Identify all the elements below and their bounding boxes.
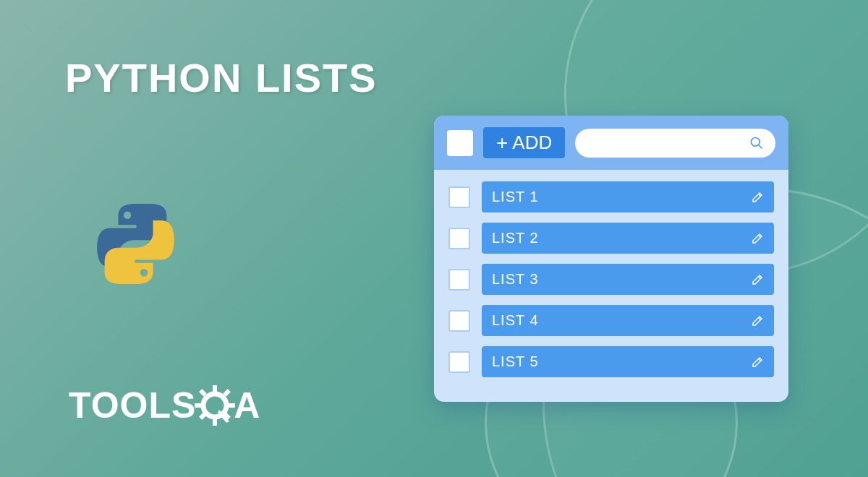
add-button-label: ADD	[512, 132, 552, 154]
search-icon	[749, 136, 764, 150]
item-label: LIST 4	[492, 312, 539, 329]
list-item: LIST 5	[448, 346, 774, 377]
item-bar[interactable]: LIST 5	[482, 346, 774, 377]
item-label: LIST 3	[492, 271, 539, 288]
brand-logo: TOOLS A	[69, 384, 260, 426]
add-button[interactable]: + ADD	[483, 127, 565, 158]
gear-icon	[195, 385, 235, 426]
search-input[interactable]	[575, 129, 775, 158]
item-label: LIST 1	[492, 189, 539, 205]
edit-icon[interactable]	[751, 232, 764, 245]
edit-icon[interactable]	[751, 191, 764, 204]
brand-text: A	[234, 384, 260, 426]
svg-rect-1	[213, 385, 217, 392]
list-area: LIST 1 LIST 2 LIST 3 LIST 4	[434, 170, 788, 390]
item-bar[interactable]: LIST 2	[482, 223, 774, 254]
item-label: LIST 5	[492, 353, 539, 370]
list-item: LIST 2	[448, 223, 774, 254]
edit-icon[interactable]	[751, 273, 764, 286]
item-bar[interactable]: LIST 4	[482, 305, 774, 336]
item-checkbox[interactable]	[448, 310, 470, 332]
list-item: LIST 4	[448, 305, 774, 336]
python-logo-icon	[94, 202, 177, 285]
edit-icon[interactable]	[751, 356, 764, 369]
item-bar[interactable]: LIST 1	[482, 181, 774, 212]
brand-text: TOOLS	[69, 384, 196, 426]
item-checkbox[interactable]	[448, 228, 470, 249]
svg-rect-3	[195, 403, 202, 408]
item-checkbox[interactable]	[448, 269, 470, 291]
svg-rect-2	[213, 418, 217, 426]
svg-line-10	[759, 145, 762, 148]
list-item: LIST 3	[448, 264, 774, 295]
item-bar[interactable]: LIST 3	[482, 264, 774, 295]
list-item: LIST 1	[448, 181, 774, 212]
item-label: LIST 2	[492, 230, 539, 246]
list-panel: + ADD LIST 1 LIST 2	[434, 116, 788, 402]
svg-point-9	[752, 137, 760, 146]
item-checkbox[interactable]	[448, 186, 470, 208]
edit-icon[interactable]	[751, 314, 764, 327]
panel-header: + ADD	[434, 116, 788, 170]
page-title: PYTHON LISTS	[65, 54, 378, 101]
svg-point-0	[203, 394, 226, 417]
select-all-checkbox[interactable]	[447, 130, 473, 156]
plus-icon: +	[496, 133, 508, 153]
item-checkbox[interactable]	[448, 351, 470, 373]
